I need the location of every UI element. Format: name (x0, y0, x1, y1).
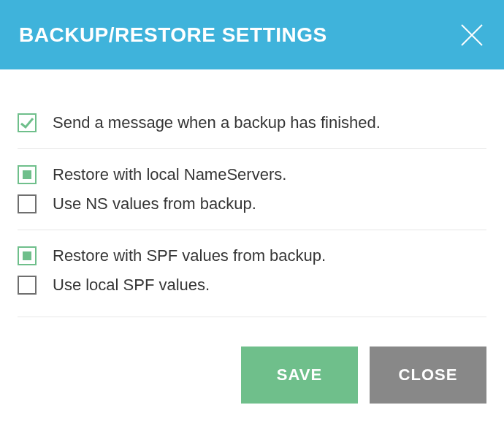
dialog-header: BACKUP/RESTORE SETTINGS (0, 0, 504, 69)
option-row: Restore with local NameServers. (18, 165, 486, 184)
option-group: Send a message when a backup has finishe… (18, 113, 486, 149)
option-row: Send a message when a backup has finishe… (18, 113, 486, 132)
option-group: Restore with SPF values from backup. Use… (18, 246, 486, 317)
checkbox-use-ns-backup[interactable] (18, 194, 37, 213)
dialog-title: BACKUP/RESTORE SETTINGS (19, 23, 327, 47)
close-icon[interactable] (459, 22, 485, 48)
option-label[interactable]: Use local SPF values. (53, 276, 210, 295)
option-label[interactable]: Send a message when a backup has finishe… (53, 113, 381, 132)
option-group: Restore with local NameServers. Use NS v… (18, 165, 486, 230)
option-label[interactable]: Use NS values from backup. (53, 194, 256, 213)
checkbox-use-local-spf[interactable] (18, 276, 37, 295)
option-row: Use NS values from backup. (18, 194, 486, 213)
dialog-footer: SAVE CLOSE (0, 317, 504, 421)
option-row: Restore with SPF values from backup. (18, 246, 486, 265)
option-row: Use local SPF values. (18, 276, 486, 295)
checkbox-restore-spf-backup[interactable] (18, 246, 37, 265)
save-button[interactable]: SAVE (241, 347, 358, 404)
checkbox-restore-local-ns[interactable] (18, 165, 37, 184)
close-button[interactable]: CLOSE (370, 347, 486, 404)
checkbox-send-message[interactable] (18, 113, 37, 132)
option-label[interactable]: Restore with SPF values from backup. (53, 246, 326, 265)
dialog-body: Send a message when a backup has finishe… (0, 69, 504, 317)
option-label[interactable]: Restore with local NameServers. (53, 165, 286, 184)
